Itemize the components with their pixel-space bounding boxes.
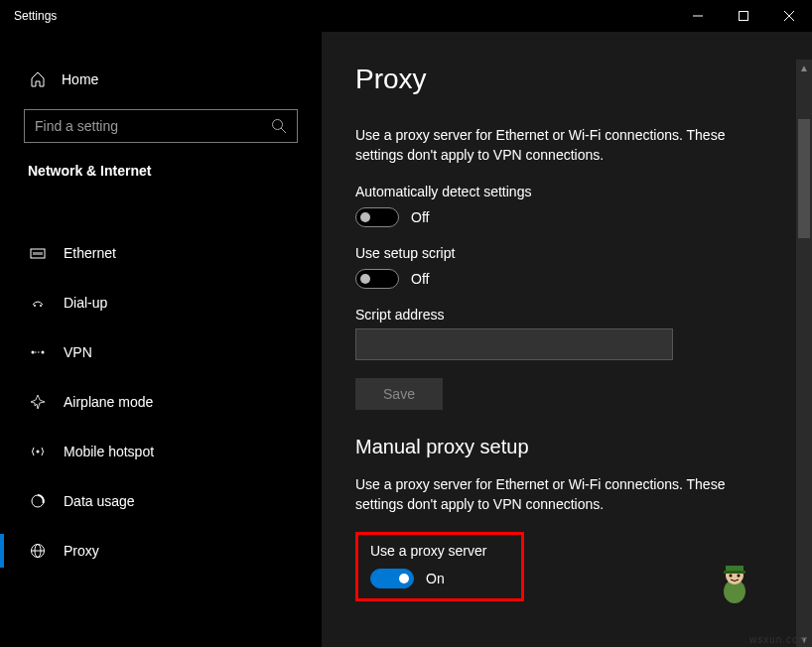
sidebar-item-label: Ethernet [64,245,116,261]
scrollbar[interactable]: ▲ ▼ [796,60,812,647]
sidebar-nav: Ethernet Dial-up VPN Airplane mode Mobil… [0,228,322,576]
page-title: Proxy [355,64,778,95]
use-script-toggle[interactable] [355,269,399,289]
close-button[interactable] [766,0,812,32]
sidebar-item-hotspot[interactable]: Mobile hotspot [0,427,322,476]
minimize-button[interactable] [675,0,721,32]
auto-proxy-description: Use a proxy server for Ethernet or Wi-Fi… [355,125,772,166]
svg-rect-1 [740,12,748,21]
svg-point-15 [42,351,45,354]
sidebar-section-header: Network & Internet [0,163,322,191]
sidebar-item-label: Data usage [64,493,135,509]
search-input[interactable] [35,118,271,134]
highlight-annotation: Use a proxy server On [355,532,524,601]
search-input-container[interactable] [24,109,298,143]
svg-point-13 [40,305,42,307]
sidebar-item-datausage[interactable]: Data usage [0,476,322,526]
search-icon [271,118,287,134]
proxy-icon [30,543,46,559]
script-address-input[interactable] [355,328,673,360]
script-address-label: Script address [355,307,778,323]
sidebar-item-ethernet[interactable]: Ethernet [0,228,322,278]
manual-setup-title: Manual proxy setup [355,436,778,458]
mascot-image [717,562,752,605]
sidebar-item-label: Proxy [64,543,99,559]
svg-point-14 [32,351,35,354]
sidebar-item-label: Mobile hotspot [64,444,154,459]
watermark: wsxun.com [749,634,808,645]
window-title: Settings [14,9,57,23]
home-link[interactable]: Home [0,62,322,97]
minimize-icon [693,11,703,21]
scroll-up-button[interactable]: ▲ [796,60,812,75]
home-label: Home [62,71,98,87]
auto-detect-label: Automatically detect settings [355,184,778,199]
use-proxy-label: Use a proxy server [370,543,509,559]
dialup-icon [30,295,46,311]
main-content: Proxy Use a proxy server for Ethernet or… [322,32,812,647]
vpn-icon [30,344,46,360]
use-proxy-state: On [426,571,445,586]
svg-rect-25 [724,571,745,574]
sidebar: Home Network & Internet Ethernet Dial-up… [0,32,322,647]
svg-line-5 [281,128,286,133]
manual-proxy-description: Use a proxy server for Ethernet or Wi-Fi… [355,474,772,515]
sidebar-item-proxy[interactable]: Proxy [0,526,322,576]
maximize-button[interactable] [721,0,766,32]
sidebar-item-vpn[interactable]: VPN [0,327,322,377]
home-icon [30,71,46,87]
hotspot-icon [30,444,46,459]
window-controls [675,0,812,32]
maximize-icon [739,11,748,21]
svg-point-26 [730,575,733,578]
svg-point-17 [37,451,40,453]
titlebar: Settings [0,0,812,32]
svg-point-27 [738,575,741,578]
auto-detect-state: Off [411,209,429,225]
use-proxy-toggle[interactable] [370,569,414,588]
sidebar-item-airplane[interactable]: Airplane mode [0,377,322,427]
svg-point-12 [34,305,36,307]
sidebar-item-label: Dial-up [64,295,107,311]
use-script-label: Use setup script [355,245,778,261]
ethernet-icon [30,245,46,261]
sidebar-item-label: VPN [64,344,92,360]
use-script-state: Off [411,271,429,287]
auto-detect-toggle[interactable] [355,207,399,227]
airplane-icon [30,394,46,410]
save-button[interactable]: Save [355,378,443,410]
data-usage-icon [30,493,46,509]
close-icon [784,11,794,21]
sidebar-item-label: Airplane mode [64,394,153,410]
scroll-thumb[interactable] [798,119,810,238]
sidebar-item-dialup[interactable]: Dial-up [0,278,322,327]
